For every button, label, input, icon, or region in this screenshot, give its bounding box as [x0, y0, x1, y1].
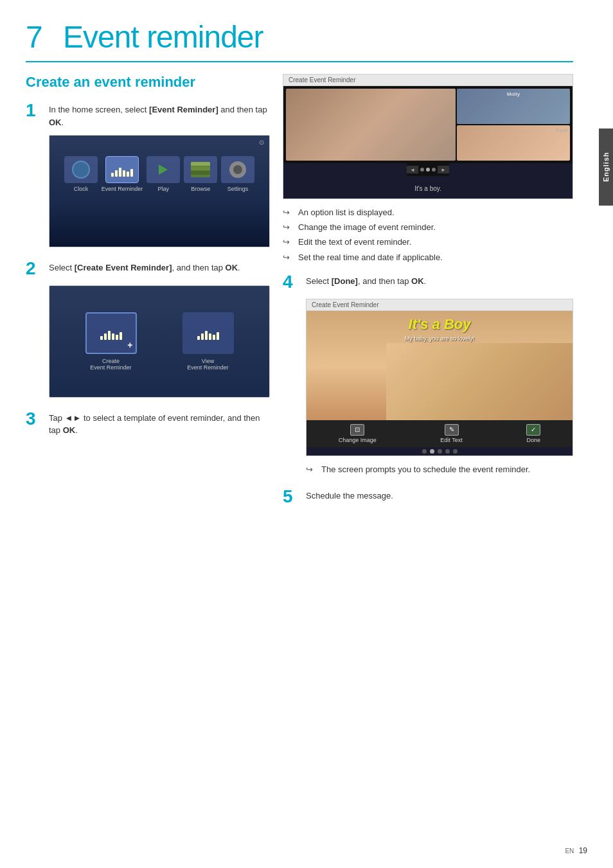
settings-label: Settings — [227, 186, 249, 192]
step-2-number: 2 — [26, 259, 49, 279]
nav-dot-5 — [453, 449, 458, 454]
menu-bars-icon-1 — [100, 326, 122, 340]
wifi-icon: ⊙ — [259, 139, 264, 146]
done-icon: ✓ — [526, 424, 540, 436]
step-1-number: 1 — [26, 101, 49, 121]
sidebar-label: English — [602, 152, 610, 182]
step-4-screenshot-body: It's a Boy My baby, you are so lovely! — [306, 311, 573, 420]
bullet-arrow-1: ↪ — [283, 207, 293, 218]
clock-icon-item: Clock — [64, 156, 98, 192]
step-5-text: Schedule the message. — [306, 487, 393, 502]
preview-nav-dots — [306, 447, 573, 456]
bullet-text-2: Change the image of event reminder. — [298, 222, 436, 233]
step-4-bullet-list: ↪ The screen prompts you to schedule the… — [306, 464, 573, 475]
step-4: 4 Select [Done], and then tap OK. Create… — [283, 272, 573, 475]
step-5-number: 5 — [283, 487, 306, 507]
step-4-screenshot-title: Create Event Reminder — [306, 299, 573, 311]
bullet-text-3: Edit the text of event reminder. — [298, 236, 411, 248]
step-3-screenshot-title: Create Event Reminder — [283, 75, 573, 86]
change-image-label: Change Image — [339, 437, 377, 443]
step-1-screenshot: ⊙ Clock — [49, 135, 270, 247]
bullet-arrow-3: ↪ — [283, 236, 293, 248]
step-4-bullet-text: The screen prompts you to schedule the e… — [321, 464, 530, 475]
change-image-item[interactable]: ⊡ Change Image — [339, 424, 377, 443]
step-4-bullet-arrow: ↪ — [306, 464, 316, 475]
step-3-right-screenshot: Create Event Reminder Moll — [283, 74, 573, 199]
photo-caption: It's a boy. — [414, 185, 441, 192]
step-3-number: 3 — [26, 409, 49, 429]
page-number: 19 — [579, 846, 587, 855]
view-event-reminder-tile: ViewEvent Reminder — [182, 312, 234, 371]
step-4-number: 4 — [283, 272, 306, 292]
browse-label: Browse — [191, 186, 210, 192]
step-5: 5 Schedule the message. — [283, 487, 573, 507]
page-number-area: EN 19 — [565, 846, 587, 855]
nav-dot-2 — [430, 449, 434, 454]
bullet-item-1: ↪ An option list is displayed. — [283, 207, 573, 218]
done-item[interactable]: ✓ Done — [526, 424, 540, 443]
step-1: 1 In the home screen, select [Event Remi… — [26, 101, 270, 247]
lang-label: EN — [565, 847, 574, 855]
photo-right-col: Molly David — [457, 89, 570, 161]
menu-bars-icon-2 — [197, 326, 219, 340]
bullet-text-1: An option list is displayed. — [298, 207, 395, 218]
event-reminder-bars-icon — [111, 163, 133, 177]
bullet-item-2: ↪ Change the image of event reminder. — [283, 222, 573, 233]
settings-icon — [229, 161, 246, 178]
bullet-arrow-4: ↪ — [283, 252, 293, 263]
photo-collage: Molly David — [283, 86, 573, 163]
nav-dot-1 — [422, 449, 427, 454]
bullet-item-4: ↪ Set the real time and date if applicab… — [283, 252, 573, 263]
photo-bottom-right: David — [457, 125, 570, 161]
step-4-screenshot: Create Event Reminder It's a Boy My baby… — [306, 299, 573, 456]
play-icon — [159, 164, 168, 175]
browse-icon-item: Browse — [184, 156, 217, 192]
preview-action-bar: ⊡ Change Image ✎ Edit Text ✓ Done — [306, 420, 573, 447]
chapter-number: 7 — [26, 20, 42, 54]
clock-label: Clock — [74, 186, 89, 192]
done-label: Done — [526, 437, 540, 443]
edit-text-item[interactable]: ✎ Edit Text — [440, 424, 462, 443]
page-title: 7 Event reminder — [26, 19, 573, 55]
sidebar-english-tab: English — [599, 128, 613, 206]
play-label: Play — [157, 186, 169, 192]
section-title: Create an event reminder — [26, 74, 270, 91]
step-3-screenshot-body: Molly David ◄ — [283, 86, 573, 199]
step-2: 2 Select [Create Event Reminder], and th… — [26, 259, 270, 398]
play-icon-item: Play — [147, 156, 180, 192]
edit-text-label: Edit Text — [440, 437, 462, 443]
chapter-title: Event reminder — [63, 20, 263, 54]
title-divider — [26, 61, 573, 62]
step-3-text: Tap ◄► to select a template of event rem… — [49, 409, 270, 437]
bullet-arrow-2: ↪ — [283, 222, 293, 233]
step-4-bullet-1: ↪ The screen prompts you to schedule the… — [306, 464, 573, 475]
preview-subtitle: My baby, you are so lovely! — [306, 335, 573, 342]
clock-icon — [72, 161, 90, 179]
change-image-icon: ⊡ — [350, 424, 364, 436]
bullet-item-3: ↪ Edit the text of event reminder. — [283, 236, 573, 248]
bullet-text-4: Set the real time and date if applicable… — [298, 252, 443, 263]
photo-top-right: Molly — [457, 89, 570, 124]
step-3: 3 Tap ◄► to select a template of event r… — [26, 409, 270, 437]
step-1-text: In the home screen, select [Event Remind… — [49, 101, 270, 128]
browse-icon — [191, 162, 210, 177]
create-label: CreateEvent Reminder — [90, 358, 132, 371]
event-reminder-label: Event Reminder — [102, 186, 143, 192]
create-event-reminder-tile: + CreateEvent Reminder — [85, 312, 137, 371]
settings-icon-item: Settings — [221, 156, 254, 192]
plus-icon: + — [127, 340, 132, 350]
event-reminder-icon-item: Event Reminder — [102, 156, 143, 192]
step-3-bullet-list: ↪ An option list is displayed. ↪ Change … — [283, 207, 573, 263]
edit-text-icon: ✎ — [445, 424, 459, 436]
step-2-screenshot: + CreateEvent Reminder — [49, 285, 270, 398]
step-4-text: Select [Done], and then tap OK. — [306, 272, 426, 288]
preview-title: It's a Boy — [306, 316, 573, 333]
view-label: ViewEvent Reminder — [187, 358, 229, 371]
nav-dot-4 — [445, 449, 450, 454]
photo-main — [286, 89, 456, 161]
nav-dot-3 — [438, 449, 442, 454]
step-2-text: Select [Create Event Reminder], and then… — [49, 259, 240, 274]
